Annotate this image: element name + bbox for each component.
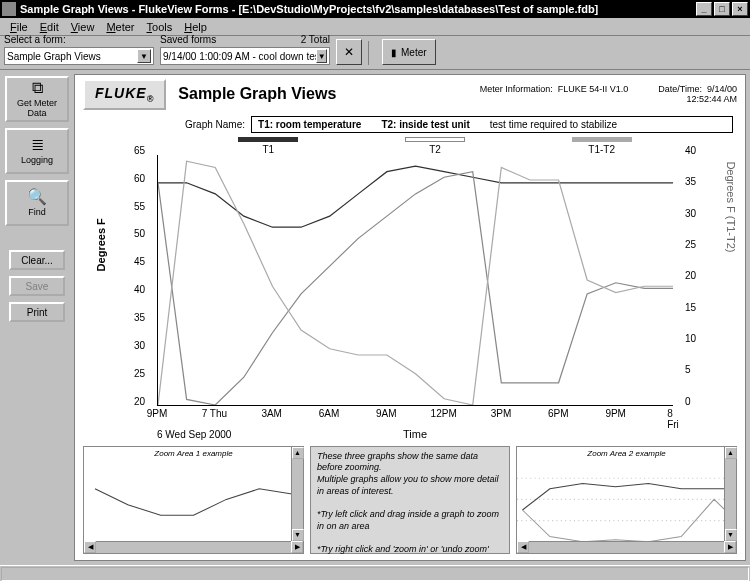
saved-forms-label: Saved forms xyxy=(160,34,216,45)
app-icon xyxy=(2,2,16,16)
y-tick-right: 40 xyxy=(685,144,696,155)
download-icon: ⧉ xyxy=(32,80,43,96)
get-meter-data-label: Get Meter Data xyxy=(7,98,67,118)
x-axis-label: Time xyxy=(403,428,427,440)
y-tick-right: 10 xyxy=(685,333,696,344)
titlebar: Sample Graph Views - FlukeView Forms - [… xyxy=(0,0,750,18)
plot-area[interactable] xyxy=(157,155,673,406)
delete-button[interactable]: ✕ xyxy=(336,39,362,65)
zoom-chart-1[interactable]: Zoom Area 1 example ▲▼ ◀▶ xyxy=(83,446,304,554)
content-area: FLUKE® Sample Graph Views Meter Informat… xyxy=(74,74,746,561)
x-tick: 6PM xyxy=(548,408,569,419)
y-tick-left: 40 xyxy=(134,284,145,295)
x-tick: 9PM xyxy=(605,408,626,419)
menu-view[interactable]: View xyxy=(65,21,101,33)
main-chart[interactable]: Degrees F 20253035404550556065 051015202… xyxy=(103,155,727,430)
fluke-logo: FLUKE® xyxy=(83,79,166,110)
series-T1-T2 xyxy=(158,161,673,405)
x-tick: 7 Thu xyxy=(202,408,227,419)
zoom-chart-2[interactable]: Zoom Area 2 example ▲▼ ◀▶ xyxy=(516,446,737,554)
chevron-down-icon[interactable]: ▼ xyxy=(316,49,327,63)
saved-forms-combo[interactable]: 9/14/00 1:00:09 AM - cool down test [Flu… xyxy=(160,47,330,65)
select-form-combo[interactable]: Sample Graph Views ▼ xyxy=(4,47,154,65)
y-tick-left: 20 xyxy=(134,395,145,406)
x-tick: 9PM xyxy=(147,408,168,419)
menu-tools[interactable]: Tools xyxy=(141,21,179,33)
scrollbar-vertical[interactable]: ▲▼ xyxy=(291,447,303,541)
y-tick-left: 25 xyxy=(134,367,145,378)
sidebar: ⧉ Get Meter Data ≣ Logging 🔍 Find Clear.… xyxy=(0,70,74,565)
y-tick-right: 15 xyxy=(685,301,696,312)
saved-forms-count: 2 Total xyxy=(301,34,330,45)
menu-file[interactable]: File xyxy=(4,21,34,33)
binoculars-icon: 🔍 xyxy=(27,189,47,205)
maximize-button[interactable]: □ xyxy=(714,2,730,16)
y-tick-left: 55 xyxy=(134,200,145,211)
x-tick: 3PM xyxy=(491,408,512,419)
minimize-button[interactable]: _ xyxy=(696,2,712,16)
clear-button[interactable]: Clear... xyxy=(9,250,65,270)
select-form-label: Select a form: xyxy=(4,34,154,45)
meter-info: Meter Information: FLUKE 54-II V1.0 xyxy=(480,84,629,104)
meter-icon: ▮ xyxy=(391,47,397,58)
window-title: Sample Graph Views - FlukeView Forms - [… xyxy=(20,3,696,15)
scrollbar-horizontal[interactable]: ◀▶ xyxy=(517,541,736,553)
status-bar xyxy=(0,565,750,581)
info-box: These three graphs show the same data be… xyxy=(310,446,510,554)
logging-label: Logging xyxy=(21,155,53,165)
get-meter-data-button[interactable]: ⧉ Get Meter Data xyxy=(5,76,69,122)
x-tick: 12PM xyxy=(431,408,457,419)
y-tick-right: 35 xyxy=(685,176,696,187)
logging-icon: ≣ xyxy=(31,137,44,153)
y-tick-left: 45 xyxy=(134,256,145,267)
scrollbar-horizontal[interactable]: ◀▶ xyxy=(84,541,303,553)
y-axis-right-label: Degrees F (T1-T2) xyxy=(725,162,737,253)
meter-button[interactable]: ▮ Meter xyxy=(382,39,436,65)
close-button[interactable]: × xyxy=(732,2,748,16)
y-tick-left: 65 xyxy=(134,144,145,155)
menu-meter[interactable]: Meter xyxy=(100,21,140,33)
y-tick-left: 50 xyxy=(134,228,145,239)
saved-forms-value: 9/14/00 1:00:09 AM - cool down test [Flu… xyxy=(163,51,316,62)
x-axis-sublabel: 6 Wed Sep 2000 xyxy=(157,429,231,440)
date-time: Date/Time: 9/14/00 12:52:44 AM xyxy=(658,84,737,104)
chart-legend: T1 T2 T1-T2 xyxy=(185,137,685,155)
y-tick-right: 20 xyxy=(685,270,696,281)
save-button: Save xyxy=(9,276,65,296)
page-title: Sample Graph Views xyxy=(178,85,336,103)
formbar: Select a form: Sample Graph Views ▼ Save… xyxy=(0,36,750,70)
x-tick: 3AM xyxy=(261,408,282,419)
menu-edit[interactable]: Edit xyxy=(34,21,65,33)
series-T1 xyxy=(158,166,673,227)
scrollbar-vertical[interactable]: ▲▼ xyxy=(724,447,736,541)
y-tick-left: 35 xyxy=(134,312,145,323)
menu-help[interactable]: Help xyxy=(178,21,213,33)
logging-button[interactable]: ≣ Logging xyxy=(5,128,69,174)
graph-name-box: T1: room temperature T2: inside test uni… xyxy=(251,116,733,133)
y-tick-right: 25 xyxy=(685,238,696,249)
find-button[interactable]: 🔍 Find xyxy=(5,180,69,226)
chevron-down-icon[interactable]: ▼ xyxy=(137,49,151,63)
x-tick: 6AM xyxy=(319,408,340,419)
y-tick-right: 30 xyxy=(685,207,696,218)
find-label: Find xyxy=(28,207,46,217)
select-form-value: Sample Graph Views xyxy=(7,51,101,62)
graph-name-label: Graph Name: xyxy=(185,119,245,130)
x-tick: 9AM xyxy=(376,408,397,419)
y-tick-right: 5 xyxy=(685,364,691,375)
print-button[interactable]: Print xyxy=(9,302,65,322)
meter-button-label: Meter xyxy=(401,47,427,58)
y-tick-left: 60 xyxy=(134,172,145,183)
x-tick: 8 Fri xyxy=(667,408,679,430)
y-tick-left: 30 xyxy=(134,340,145,351)
y-tick-right: 0 xyxy=(685,395,691,406)
